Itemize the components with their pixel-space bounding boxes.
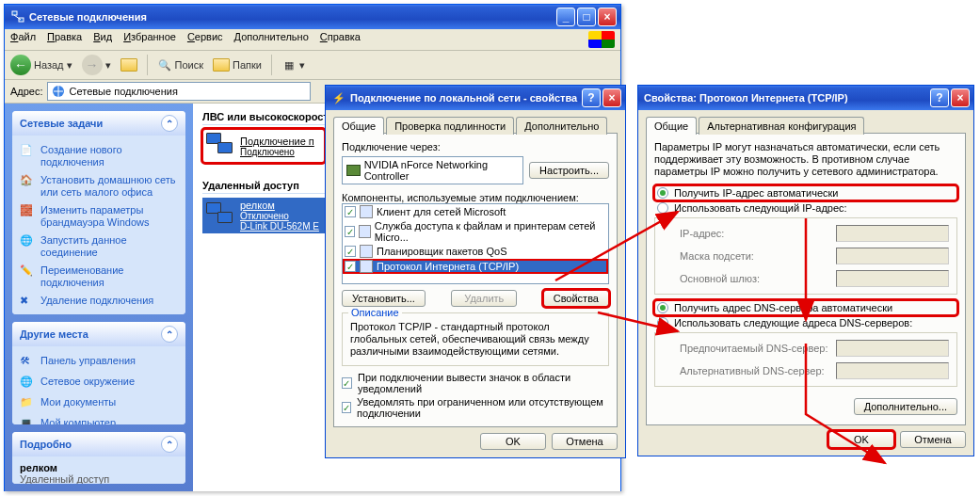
forward-button[interactable]: →▾ (82, 55, 111, 75)
menu-view[interactable]: Вид (93, 31, 112, 48)
dns1-input (836, 340, 949, 357)
svg-rect-0 (12, 11, 17, 15)
search-button[interactable]: 🔍Поиск (157, 57, 203, 72)
radio-dns-manual[interactable]: Использовать следующие адреса DNS-сервер… (654, 315, 957, 330)
task-firewall[interactable]: 🧱Изменить параметры брандмауэра Windows (20, 201, 178, 232)
views-button[interactable]: ▦▾ (281, 57, 305, 72)
ok-button[interactable]: OK (480, 433, 546, 450)
conn1-name: Подключение п (240, 136, 314, 147)
cancel-button[interactable]: Отмена (900, 431, 966, 448)
tab-advanced[interactable]: Дополнительно (516, 117, 607, 135)
task-start-connection[interactable]: 🌐Запустить данное соединение (20, 232, 178, 262)
cancel-button[interactable]: Отмена (552, 433, 618, 450)
checkbox-icon[interactable] (345, 261, 356, 272)
radio-icon[interactable] (657, 187, 668, 199)
mask-label: Маска подсети: (680, 250, 830, 262)
install-button[interactable]: Установить... (342, 290, 426, 307)
close-button[interactable]: × (951, 88, 970, 107)
toolbar: ←Назад ▾ →▾ 🔍Поиск Папки ▦▾ (5, 51, 620, 80)
radio-dns-auto[interactable]: Получить адрес DNS-сервера автоматически (654, 300, 957, 315)
radio-ip-auto[interactable]: Получить IP-адрес автоматически (654, 185, 957, 200)
task-new-connection[interactable]: 📄Создание нового подключения (20, 141, 178, 171)
wizard-icon: 📄 (20, 144, 35, 159)
other-network[interactable]: 🌐Сетевое окружение (20, 373, 178, 393)
maximize-button[interactable]: □ (577, 8, 596, 26)
components-list[interactable]: Клиент для сетей Microsoft Служба доступ… (342, 203, 609, 284)
start-icon: 🌐 (20, 234, 35, 249)
up-button[interactable] (120, 58, 137, 72)
folders-button[interactable]: Папки (213, 58, 262, 72)
conn2-name: релком (240, 200, 319, 211)
dns1-label: Предпочитаемый DNS-сервер: (680, 343, 830, 354)
props-titlebar[interactable]: ⚡ Подключение по локальной сети - свойст… (326, 86, 625, 110)
tab-general[interactable]: Общие (646, 117, 697, 135)
ok-button[interactable]: OK (828, 431, 894, 448)
other-computer[interactable]: 💻Мой компьютер (20, 414, 178, 424)
explorer-title: Сетевые подключения (29, 11, 556, 23)
back-arrow-icon: ← (10, 55, 31, 75)
checkbox-icon[interactable] (342, 402, 351, 413)
close-button[interactable]: × (598, 8, 617, 26)
tab-general[interactable]: Общие (333, 117, 384, 135)
task-settings[interactable]: ⚙Изменение настроек подключения (20, 312, 178, 314)
help-button[interactable]: ? (930, 88, 949, 107)
explorer-titlebar[interactable]: Сетевые подключения _ □ × (5, 5, 620, 29)
description-group: Описание Протокол TCP/IP - стандартный п… (342, 312, 609, 366)
details-group: Подробно⌃ релком Удаленный доступ (12, 432, 185, 484)
tcpip-titlebar[interactable]: Свойства: Протокол Интернета (TCP/IP) ?× (638, 86, 973, 110)
menu-extra[interactable]: Дополнительно (234, 31, 309, 48)
connection-lan[interactable]: Подключение пПодключено (202, 129, 325, 163)
tcpip-intro: Параметры IP могут назначаться автоматич… (654, 141, 957, 178)
menu-favorites[interactable]: Избранное (123, 31, 176, 48)
remove-button[interactable]: Удалить (451, 290, 517, 307)
other-documents[interactable]: 📁Мои документы (20, 393, 178, 414)
component-fileshare[interactable]: Служба доступа к файлам и принтерам сете… (343, 219, 608, 244)
control-panel-icon: 🛠 (20, 355, 35, 370)
back-button[interactable]: ←Назад ▾ (10, 55, 72, 75)
close-button[interactable]: × (602, 88, 621, 107)
back-label: Назад (34, 59, 64, 71)
task-setup-network[interactable]: 🏠Установить домашнюю сеть или сеть малог… (20, 171, 178, 201)
advanced-button[interactable]: Дополнительно... (854, 398, 957, 415)
radio-icon[interactable] (657, 202, 668, 214)
component-tcpip[interactable]: Протокол Интернета (TCP/IP) (343, 259, 608, 274)
address-input[interactable]: Сетевые подключения (47, 82, 311, 101)
notify-icon-checkbox[interactable]: При подключении вывести значок в области… (342, 372, 609, 394)
menu-file[interactable]: Файл (10, 31, 36, 48)
network-tasks-head[interactable]: Сетевые задачи⌃ (12, 111, 185, 136)
checkbox-icon[interactable] (342, 377, 352, 389)
forward-arrow-icon: → (82, 55, 103, 75)
other-control-panel[interactable]: 🛠Панель управления (20, 352, 178, 373)
radio-icon[interactable] (657, 302, 668, 313)
checkbox-icon[interactable] (345, 246, 356, 257)
description-text: Протокол TCP/IP - стандартный протокол г… (350, 321, 601, 358)
connect-via-label: Подключение через: (342, 141, 609, 152)
conn2-status: Отключено (240, 211, 319, 221)
help-button[interactable]: ? (582, 88, 601, 107)
component-client[interactable]: Клиент для сетей Microsoft (343, 204, 608, 219)
computer-icon: 💻 (20, 417, 35, 424)
menu-edit[interactable]: Правка (47, 31, 82, 48)
component-qos[interactable]: Планировщик пакетов QoS (343, 244, 608, 259)
other-title: Другие места (20, 328, 88, 340)
dns-group: Предпочитаемый DNS-сервер: Альтернативны… (654, 332, 957, 387)
task-rename[interactable]: ✏️Переименование подключения (20, 262, 178, 292)
checkbox-icon[interactable] (345, 226, 355, 237)
task-delete[interactable]: ✖Удаление подключения (20, 292, 178, 312)
menu-tools[interactable]: Сервис (187, 31, 223, 48)
radio-icon[interactable] (657, 317, 668, 328)
connection-dialup[interactable]: релкомОтключеноD-Link DU-562M E (202, 198, 325, 233)
details-head[interactable]: Подробно⌃ (12, 432, 185, 456)
checkbox-icon[interactable] (345, 206, 356, 217)
tab-alt[interactable]: Альтернативная конфигурация (699, 117, 864, 135)
menu-help[interactable]: Справка (320, 31, 361, 48)
tab-auth[interactable]: Проверка подлинности (386, 117, 514, 135)
other-places-head[interactable]: Другие места⌃ (12, 322, 185, 346)
properties-button[interactable]: Свойства (543, 290, 609, 307)
details-name: релком (20, 462, 178, 473)
description-legend: Описание (348, 307, 402, 318)
notify-limited-checkbox[interactable]: Уведомлять при ограниченном или отсутств… (342, 396, 609, 419)
configure-button[interactable]: Настроить... (529, 162, 609, 179)
radio-ip-manual[interactable]: Использовать следующий IP-адрес: (654, 200, 957, 216)
minimize-button[interactable]: _ (556, 8, 575, 26)
